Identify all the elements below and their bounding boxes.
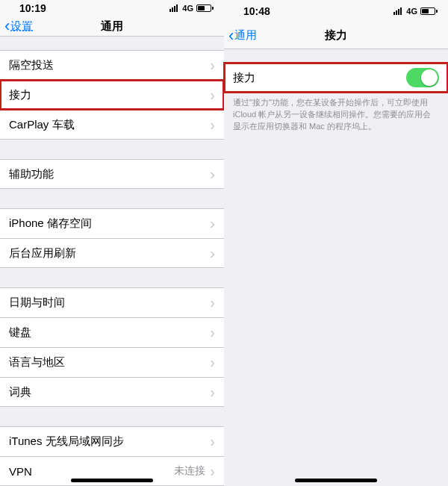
row-label: iPhone 储存空间 [9, 216, 92, 231]
phone-left: 10:19 4G ‹ 设置 通用 隔空投送›接力›CarPlay 车载›辅助功能… [0, 0, 224, 486]
row-label: VPN [9, 465, 32, 478]
row-label: iTunes 无线局域网同步 [9, 434, 124, 449]
home-indicator[interactable] [295, 479, 377, 482]
settings-group: iTunes 无线局域网同步›VPN未连接› [0, 426, 224, 486]
back-label: 通用 [234, 28, 257, 43]
footer-description: 通过"接力"功能，您在某设备开始操作后，可立即使用 iCloud 帐户从另一设备… [224, 93, 448, 133]
chevron-right-icon: › [210, 324, 215, 341]
row-detail: 未连接 [174, 464, 205, 478]
chevron-right-icon: › [210, 463, 215, 480]
settings-group: 日期与时间›键盘›语言与地区›词典› [0, 287, 224, 407]
status-indicators: 4G [169, 4, 214, 13]
row-label: 后台应用刷新 [9, 246, 76, 261]
chevron-right-icon: › [210, 116, 215, 134]
chevron-right-icon: › [210, 245, 215, 262]
row-date-time[interactable]: 日期与时间› [0, 287, 224, 317]
settings-group: 辅助功能› [0, 159, 224, 189]
chevron-right-icon: › [210, 384, 215, 401]
chevron-right-icon: › [210, 433, 215, 450]
chevron-right-icon: › [210, 166, 215, 183]
back-label: 设置 [10, 19, 33, 34]
row-dictionary[interactable]: 词典› [0, 377, 224, 407]
status-time: 10:19 [19, 2, 46, 14]
signal-icon [393, 7, 402, 15]
chevron-right-icon: › [210, 215, 215, 232]
nav-bar: ‹ 设置 通用 [0, 16, 224, 37]
handoff-toggle-row[interactable]: 接力 [224, 63, 448, 93]
row-label: 词典 [9, 385, 31, 399]
toggle-switch[interactable] [406, 68, 439, 87]
page-title: 接力 [325, 28, 347, 43]
battery-icon [420, 7, 438, 15]
chevron-left-icon: ‹ [228, 28, 234, 44]
row-label: 语言与地区 [9, 355, 65, 370]
row-keyboard[interactable]: 键盘› [0, 317, 224, 347]
home-indicator[interactable] [71, 479, 153, 482]
status-time: 10:48 [243, 5, 270, 17]
row-handoff[interactable]: 接力› [0, 80, 224, 110]
settings-group: iPhone 储存空间›后台应用刷新› [0, 208, 224, 268]
signal-icon [169, 4, 178, 12]
toggle-label: 接力 [233, 71, 255, 85]
chevron-right-icon: › [210, 57, 215, 74]
row-iphone-storage[interactable]: iPhone 储存空间› [0, 208, 224, 238]
back-button[interactable]: ‹ 设置 [4, 18, 33, 34]
chevron-right-icon: › [210, 354, 215, 371]
row-label: 辅助功能 [9, 167, 54, 181]
row-language-region[interactable]: 语言与地区› [0, 347, 224, 377]
phone-right: 10:48 4G ‹ 通用 接力 接力 通过"接力"功能，您在某设备开始操作后，… [224, 0, 448, 486]
chevron-left-icon: ‹ [4, 18, 10, 34]
row-label: 隔空投送 [9, 58, 54, 72]
page-title: 通用 [101, 19, 123, 34]
nav-bar: ‹ 通用 接力 [224, 22, 448, 49]
row-itunes-wifi-sync[interactable]: iTunes 无线局域网同步› [0, 426, 224, 456]
row-accessibility[interactable]: 辅助功能› [0, 159, 224, 189]
battery-icon [196, 4, 214, 12]
status-bar: 10:19 4G [0, 0, 224, 16]
status-bar: 10:48 4G [224, 0, 448, 22]
back-button[interactable]: ‹ 通用 [228, 28, 257, 44]
row-label: 键盘 [9, 325, 31, 340]
row-label: CarPlay 车载 [9, 118, 75, 132]
row-background-app-refresh[interactable]: 后台应用刷新› [0, 238, 224, 268]
row-label: 日期与时间 [9, 296, 65, 310]
chevron-right-icon: › [210, 294, 215, 311]
row-carplay[interactable]: CarPlay 车载› [0, 110, 224, 140]
network-label: 4G [406, 7, 417, 16]
row-airdrop[interactable]: 隔空投送› [0, 50, 224, 80]
status-indicators: 4G [393, 7, 438, 16]
handoff-group: 接力 [224, 63, 448, 93]
row-label: 接力 [9, 88, 31, 102]
network-label: 4G [182, 4, 193, 13]
settings-list: 隔空投送›接力›CarPlay 车载›辅助功能›iPhone 储存空间›后台应用… [0, 37, 224, 486]
settings-group: 隔空投送›接力›CarPlay 车载› [0, 50, 224, 140]
chevron-right-icon: › [210, 87, 215, 104]
